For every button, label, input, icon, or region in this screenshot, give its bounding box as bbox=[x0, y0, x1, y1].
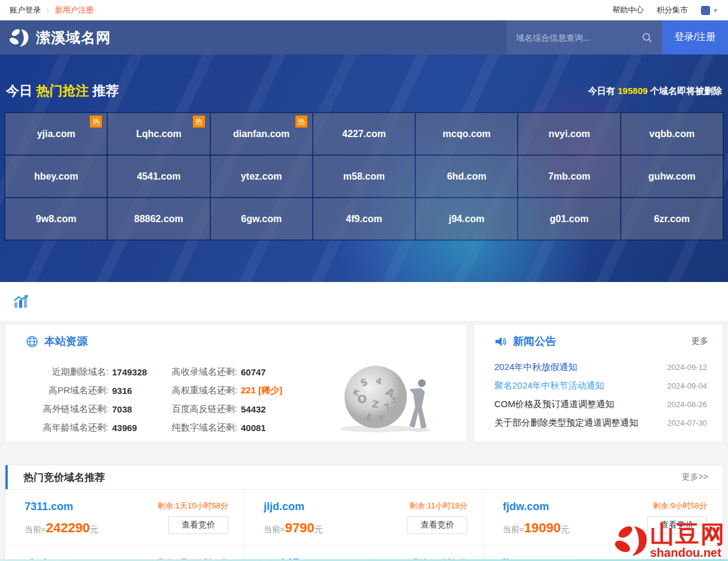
points-market-link[interactable]: 积分集市 bbox=[657, 5, 688, 16]
shandou-watermark: 山豆网 shandou.net bbox=[611, 521, 726, 560]
info-panels: 本站资源 近期删除域名: 1749328 高PR域名还剩: 9316 高外链域名… bbox=[0, 322, 728, 442]
domain-grid: 热 yjia.com 热 Lqhc.com 热 dianfan.com 热 42… bbox=[4, 112, 724, 241]
menu-item[interactable] bbox=[124, 20, 153, 54]
auction-domain[interactable]: 7311.com bbox=[25, 501, 98, 513]
resource-stat-value: 1749328 bbox=[112, 367, 147, 377]
domain-name: dianfan.com bbox=[233, 129, 289, 140]
hot-badge: 热 bbox=[90, 116, 102, 128]
news-item-title[interactable]: 聚名2024年中秋节活动通知 bbox=[494, 380, 667, 392]
domain-cell[interactable]: 热 ytez.com bbox=[211, 156, 312, 197]
domain-name: j94.com bbox=[449, 214, 485, 225]
watermark-site: shandou.net bbox=[650, 546, 721, 559]
chart-growth-icon bbox=[13, 295, 30, 309]
hero-delete-count: 今日有 195809 个域名即将被删除 bbox=[588, 86, 722, 97]
resource-stat-label: 高PR域名还剩: bbox=[29, 385, 108, 396]
domain-cell[interactable]: 热 7mb.com bbox=[518, 156, 620, 197]
resource-stat-value: 7038 bbox=[112, 404, 132, 414]
account-login-link[interactable]: 账户登录 bbox=[10, 5, 41, 16]
resource-stat-label: 高权重域名还剩: bbox=[158, 385, 237, 396]
domain-cell[interactable]: 热 6zr.com bbox=[621, 198, 723, 239]
resource-stat-label: 纯数字域名还剩: bbox=[158, 422, 237, 433]
hot-badge: 热 bbox=[295, 116, 307, 128]
news-more-link[interactable]: 更多 bbox=[691, 336, 708, 347]
menu-item[interactable] bbox=[153, 20, 182, 54]
search-icon[interactable] bbox=[642, 32, 653, 43]
domain-cell[interactable]: 热 88862.com bbox=[108, 198, 209, 239]
domain-cell[interactable]: 热 nvyi.com bbox=[518, 113, 620, 154]
hero-banner: 今日 热门抢注 推荐 今日有 195809 个域名即将被删除 热 yjia.co… bbox=[0, 54, 728, 282]
domain-cell[interactable]: 热 g01.com bbox=[518, 198, 620, 239]
domain-name: 4f9.com bbox=[346, 214, 382, 225]
auction-more-link[interactable]: 更多>> bbox=[682, 472, 708, 483]
domain-cell[interactable]: 热 hbey.com bbox=[5, 156, 107, 197]
domain-cell[interactable]: 热 6gw.com bbox=[211, 198, 312, 239]
news-item: COM价格及预订通道调整通知 2024-08-26 bbox=[494, 395, 707, 414]
domain-cell[interactable]: 热 6hd.com bbox=[416, 156, 517, 197]
domain-name: ytez.com bbox=[241, 171, 282, 182]
resource-stat-row: 近期删除域名: 1749328 bbox=[29, 363, 158, 381]
domain-cell[interactable]: 热 guhw.com bbox=[621, 156, 723, 197]
main-menu bbox=[124, 20, 325, 54]
domain-cell[interactable]: 热 9w8.com bbox=[5, 198, 107, 239]
domain-name: hbey.com bbox=[34, 171, 78, 182]
menu-item[interactable] bbox=[297, 20, 325, 54]
brand-name: 潆溪域名网 bbox=[36, 28, 111, 47]
site-stats-bar bbox=[0, 282, 728, 322]
domain-cell[interactable]: 热 j94.com bbox=[416, 198, 517, 239]
site-resources-panel: 本站资源 近期删除域名: 1749328 高PR域名还剩: 9316 高外链域名… bbox=[5, 324, 467, 442]
news-item-title[interactable]: 关于部分删除类型预定通道调整通知 bbox=[494, 417, 667, 429]
resource-stat-row: 高权重域名还剩: 221 [稀少] bbox=[158, 381, 296, 400]
beans-logo-icon bbox=[8, 26, 31, 49]
login-register-button[interactable]: 登录/注册 bbox=[662, 20, 728, 54]
resource-stat-label: 高收录域名还剩: bbox=[158, 366, 237, 378]
auction-price: 当前≈9790元 bbox=[264, 520, 323, 536]
domain-name: 88862.com bbox=[134, 214, 183, 225]
menu-item[interactable] bbox=[210, 20, 239, 54]
news-title: 新闻公告 bbox=[513, 334, 556, 348]
brand-logo[interactable]: 潆溪域名网 bbox=[8, 26, 111, 49]
domain-name: 6zr.com bbox=[654, 214, 690, 225]
resources-title: 本站资源 bbox=[44, 334, 87, 348]
domain-cell[interactable]: 热 yjia.com bbox=[5, 113, 107, 154]
news-item-title[interactable]: 2024年中秋放假通知 bbox=[494, 362, 667, 373]
resource-stat-label: 百度高反链还剩: bbox=[158, 404, 237, 415]
help-center-link[interactable]: 帮助中心 bbox=[612, 5, 644, 16]
resource-stat-row: 高年龄域名还剩: 43969 bbox=[29, 419, 158, 437]
menu-item[interactable] bbox=[268, 20, 297, 54]
domain-name: guhw.com bbox=[648, 171, 696, 182]
domain-cell[interactable]: 热 m58.com bbox=[313, 156, 415, 197]
domain-name: 4541.com bbox=[137, 171, 180, 182]
news-item-title[interactable]: COM价格及预订通道调整通知 bbox=[494, 399, 667, 410]
auction-remaining-time: 剩余:1天10小时58分 bbox=[158, 501, 228, 511]
view-auction-button[interactable]: 查看竞价 bbox=[407, 516, 467, 534]
domain-name: 6hd.com bbox=[447, 171, 487, 182]
news-item: 关于部分删除类型预定通道调整通知 2024-07-30 bbox=[494, 414, 707, 432]
domain-cell[interactable]: 热 Lqhc.com bbox=[108, 113, 209, 154]
domain-name: yjia.com bbox=[37, 129, 75, 140]
hero-title: 今日 热门抢注 推荐 bbox=[6, 82, 119, 100]
menu-item[interactable] bbox=[182, 20, 210, 54]
auction-domain[interactable]: fjdw.com bbox=[503, 501, 569, 513]
domain-cell[interactable]: 热 4541.com bbox=[108, 156, 209, 197]
new-user-register-link[interactable]: 新用户注册 bbox=[55, 5, 93, 16]
domain-cell[interactable]: 热 mcqo.com bbox=[416, 113, 517, 154]
auction-domain[interactable]: jljd.com bbox=[264, 501, 323, 513]
resource-stat-value: 54432 bbox=[241, 404, 266, 414]
navbar: 潆溪域名网 登录/注册 bbox=[0, 20, 728, 54]
section-accent-bar bbox=[5, 465, 8, 489]
auction-remaining-time: 剩余:11小时18分 bbox=[409, 501, 467, 511]
search-input[interactable] bbox=[516, 33, 642, 43]
apps-dropdown[interactable]: ▼ bbox=[701, 6, 718, 15]
news-item-date: 2024-07-30 bbox=[667, 419, 708, 427]
news-panel: 新闻公告 更多 2024年中秋放假通知 2024-09-12 聚名2024年中秋… bbox=[473, 324, 723, 442]
resource-stat-value: 221 [稀少] bbox=[241, 385, 282, 396]
domain-cell[interactable]: 热 dianfan.com bbox=[211, 113, 312, 154]
menu-item[interactable] bbox=[239, 20, 268, 54]
resource-stat-value: 43969 bbox=[112, 423, 137, 433]
view-auction-button[interactable]: 查看竞价 bbox=[168, 516, 228, 534]
domain-name: 4227.com bbox=[342, 129, 386, 140]
domain-cell[interactable]: 热 vqbb.com bbox=[621, 113, 723, 154]
domain-cell[interactable]: 热 4f9.com bbox=[313, 198, 415, 239]
domain-cell[interactable]: 热 4227.com bbox=[313, 113, 415, 154]
domain-name: nvyi.com bbox=[548, 129, 590, 140]
